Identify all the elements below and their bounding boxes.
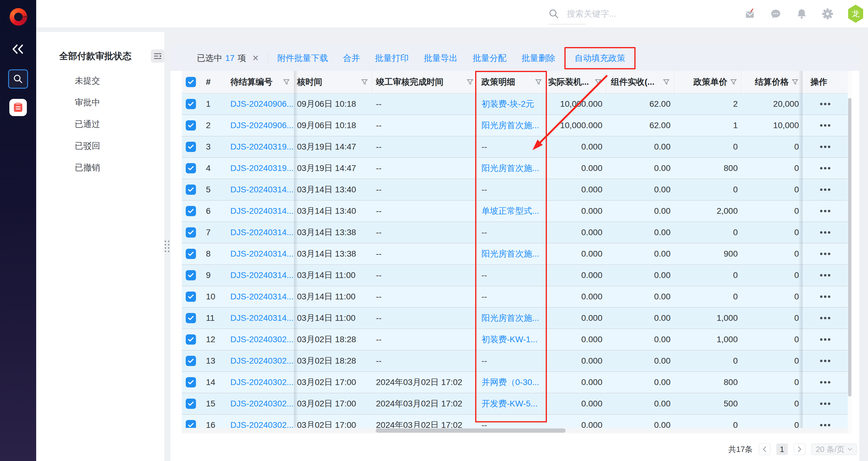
- more-actions-button[interactable]: [820, 103, 823, 105]
- row-checkbox[interactable]: [186, 163, 196, 173]
- more-actions-button[interactable]: [820, 210, 823, 212]
- more-actions-button[interactable]: [820, 317, 823, 319]
- row-checkbox[interactable]: [186, 377, 196, 388]
- policy-detail-link[interactable]: 初装费-KW-1...: [482, 334, 537, 345]
- more-actions-button[interactable]: [820, 424, 823, 426]
- settlement-id-link[interactable]: DJS-20240906...: [230, 99, 293, 109]
- select-all-checkbox[interactable]: [186, 77, 196, 87]
- more-actions-button[interactable]: [820, 124, 823, 127]
- policy-detail-link[interactable]: 阳光房首次施...: [482, 312, 539, 324]
- toolbar-action-link[interactable]: 批量打印: [375, 53, 409, 64]
- settlement-id-link[interactable]: DJS-20240302...: [230, 356, 293, 366]
- settlement-id-link[interactable]: DJS-20240319...: [230, 142, 293, 152]
- more-actions-button[interactable]: [820, 338, 823, 341]
- row-checkbox[interactable]: [186, 206, 196, 216]
- user-avatar[interactable]: 龙: [847, 5, 864, 23]
- settlement-id-link[interactable]: DJS-20240302...: [230, 377, 293, 387]
- policy-detail-link[interactable]: 阳光房首次施...: [482, 120, 539, 131]
- rail-tasks-button[interactable]: [9, 99, 27, 116]
- search-input[interactable]: [566, 9, 693, 19]
- rail-search-button[interactable]: [8, 69, 28, 89]
- settlement-id-link[interactable]: DJS-20240319...: [230, 163, 293, 173]
- chat-icon[interactable]: [770, 8, 782, 20]
- mail-icon[interactable]: [744, 8, 756, 20]
- more-actions-button[interactable]: [820, 231, 823, 234]
- collapse-sidebar-icon[interactable]: [0, 41, 36, 57]
- next-page-button[interactable]: [794, 443, 805, 455]
- policy-detail-link[interactable]: --: [482, 292, 487, 302]
- row-checkbox[interactable]: [186, 249, 196, 259]
- policy-detail-link[interactable]: --: [482, 228, 487, 237]
- clear-selection-button[interactable]: ✕: [252, 53, 259, 63]
- toolbar-action-link[interactable]: 批量删除: [522, 53, 555, 64]
- auto-fill-policy-button[interactable]: 自动填充政策: [564, 47, 636, 69]
- filter-icon[interactable]: [467, 79, 473, 85]
- toolbar-action-link[interactable]: 批量导出: [424, 53, 458, 64]
- row-checkbox[interactable]: [186, 356, 196, 366]
- gear-icon[interactable]: [822, 8, 834, 20]
- filter-icon[interactable]: [730, 79, 737, 85]
- settlement-id-link[interactable]: DJS-20240314...: [230, 206, 293, 216]
- settlement-id-link[interactable]: DJS-20240302...: [230, 335, 293, 344]
- more-actions-button[interactable]: [820, 296, 823, 298]
- settlement-id-link[interactable]: DJS-20240314...: [230, 228, 293, 237]
- more-actions-button[interactable]: [820, 146, 823, 148]
- policy-detail-link[interactable]: 单坡正常型式...: [482, 205, 539, 217]
- filter-icon[interactable]: [361, 79, 368, 85]
- row-checkbox[interactable]: [186, 399, 196, 409]
- vertical-scrollbar-thumb[interactable]: [848, 98, 851, 397]
- row-checkbox[interactable]: [186, 334, 196, 345]
- filter-icon[interactable]: [663, 79, 670, 85]
- toolbar-action-link[interactable]: 附件批量下载: [277, 53, 328, 64]
- toolbar-action-link[interactable]: 批量分配: [473, 53, 506, 64]
- more-actions-button[interactable]: [820, 274, 823, 276]
- prev-page-button[interactable]: [759, 443, 770, 455]
- policy-detail-link[interactable]: 初装费-块-2元: [482, 98, 534, 110]
- settlement-id-link[interactable]: DJS-20240314...: [230, 313, 293, 323]
- settlement-id-link[interactable]: DJS-20240302...: [230, 399, 293, 408]
- status-list-item[interactable]: 审批中: [36, 92, 164, 113]
- current-page-button[interactable]: 1: [776, 443, 788, 455]
- search-icon[interactable]: [549, 9, 559, 19]
- policy-detail-link[interactable]: 阳光房首次施...: [482, 248, 539, 259]
- panel-resize-handle[interactable]: [165, 241, 170, 252]
- policy-detail-link[interactable]: --: [482, 271, 487, 280]
- row-checkbox[interactable]: [186, 120, 196, 130]
- settlement-id-link[interactable]: DJS-20240314...: [230, 271, 293, 280]
- policy-detail-link[interactable]: --: [482, 142, 487, 152]
- policy-detail-link[interactable]: --: [482, 356, 487, 366]
- status-list-item[interactable]: 未提交: [36, 70, 164, 92]
- settlement-id-link[interactable]: DJS-20240314...: [230, 292, 293, 302]
- more-actions-button[interactable]: [820, 188, 823, 191]
- filter-icon[interactable]: [792, 79, 798, 85]
- settlement-id-link[interactable]: DJS-20240314...: [230, 185, 293, 194]
- row-checkbox[interactable]: [186, 99, 196, 109]
- settlement-id-link[interactable]: DJS-20240314...: [230, 249, 293, 259]
- more-actions-button[interactable]: [820, 253, 823, 255]
- row-checkbox[interactable]: [186, 185, 196, 195]
- policy-detail-link[interactable]: 开发费-KW-5...: [482, 398, 537, 409]
- more-actions-button[interactable]: [820, 360, 823, 362]
- settlement-id-link[interactable]: DJS-20240906...: [230, 121, 293, 130]
- more-actions-button[interactable]: [820, 167, 823, 170]
- policy-detail-link[interactable]: 阳光房首次施...: [482, 162, 539, 174]
- bell-icon[interactable]: [796, 8, 808, 20]
- more-actions-button[interactable]: [820, 402, 823, 405]
- page-size-select[interactable]: 20 条/页: [811, 443, 857, 455]
- more-actions-button[interactable]: [820, 381, 823, 383]
- filter-icon[interactable]: [535, 79, 542, 85]
- row-checkbox[interactable]: [186, 227, 196, 238]
- row-checkbox[interactable]: [186, 270, 196, 280]
- toolbar-action-link[interactable]: 合并: [343, 53, 360, 64]
- filter-icon[interactable]: [283, 79, 290, 85]
- row-checkbox[interactable]: [186, 142, 196, 152]
- row-checkbox[interactable]: [186, 313, 196, 323]
- policy-detail-link[interactable]: 并网费（0-30...: [482, 376, 539, 388]
- panel-collapse-button[interactable]: [151, 50, 165, 63]
- policy-detail-link[interactable]: --: [482, 185, 487, 194]
- status-list-item[interactable]: 已撤销: [36, 157, 164, 179]
- horizontal-scrollbar-thumb[interactable]: [376, 428, 566, 433]
- filter-icon[interactable]: [595, 79, 601, 85]
- status-list-item[interactable]: 已驳回: [36, 135, 164, 157]
- row-checkbox[interactable]: [186, 291, 196, 302]
